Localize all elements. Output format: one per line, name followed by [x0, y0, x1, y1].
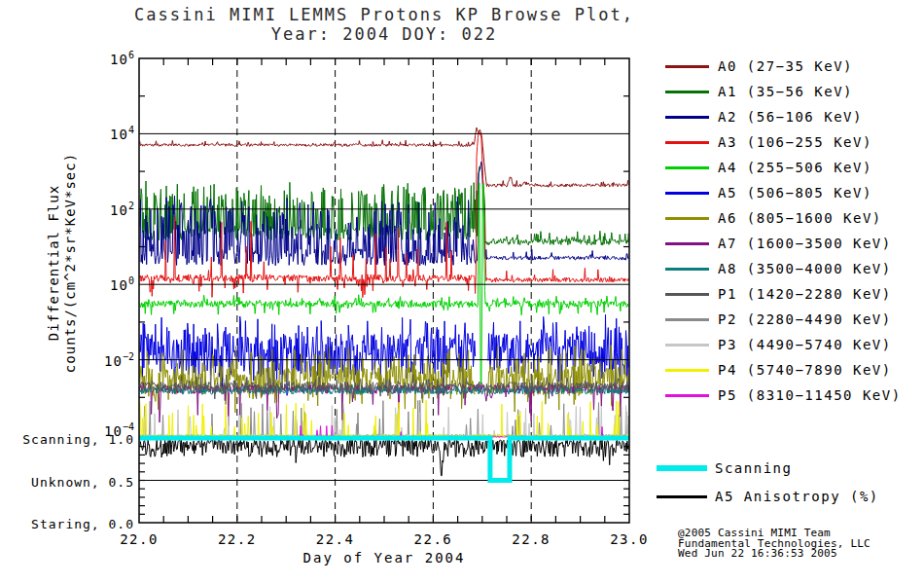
legend-line-A2	[665, 116, 709, 119]
series-P1	[139, 375, 629, 399]
legend-item-scanning: Scanning	[657, 461, 792, 475]
y-axis-title-line1: Differential Flux	[46, 78, 62, 448]
legend-label-A8: A8 (3500−4000 KeV)	[718, 261, 892, 276]
legend-label-P4: P4 (5740−7890 KeV)	[718, 362, 892, 378]
legend-item-P5: P5 (8310−11450 KeV)	[665, 387, 902, 403]
legend-line-A3	[665, 141, 709, 144]
legend-item-A7: A7 (1600−3500 KeV)	[665, 236, 892, 251]
legend-label-A3: A3 (106−255 KeV)	[718, 134, 872, 150]
cassini-kp-browse-plot: Cassini MIMI LEMMS Protons KP Browse Plo…	[0, 0, 924, 584]
y-tick-exponent: −2	[123, 351, 134, 362]
legend-item-anisotropy: A5 Anisotropy (%)	[657, 490, 879, 503]
legend-label-A0: A0 (27−35 KeV)	[718, 58, 853, 74]
legend-label-P5: P5 (8310−11450 KeV)	[718, 387, 902, 403]
legend-label-A7: A7 (1600−3500 KeV)	[718, 236, 892, 251]
legend-item-A5: A5 (506−805 KeV)	[665, 185, 872, 201]
legend-item-P3: P3 (4490−5740 KeV)	[665, 337, 892, 352]
scanning-legend-line	[657, 465, 707, 471]
legend-line-A4	[665, 166, 709, 169]
mode-label: Unknown, 0.5	[31, 475, 134, 490]
legend-item-A2: A2 (56−106 KeV)	[665, 109, 863, 125]
credits: @2005 Cassini MIMI Team Fundamental Tech…	[678, 529, 871, 560]
anisotropy-group	[139, 440, 629, 476]
y-tick-base: 10	[110, 52, 128, 67]
legend-line-A6	[665, 217, 709, 220]
legend-item-A3: A3 (106−255 KeV)	[665, 134, 872, 150]
y-tick-label: 10−2	[104, 351, 134, 369]
y-tick-exponent: 6	[128, 50, 134, 60]
legend-item-A6: A6 (805−1600 KeV)	[665, 210, 882, 226]
series-traces	[139, 128, 629, 438]
y-tick-base: 10	[104, 352, 123, 368]
legend-item-P4: P4 (5740−7890 KeV)	[665, 362, 892, 378]
legend-line-A0	[665, 65, 709, 68]
legend-line-P1	[665, 293, 709, 296]
legend-label-A4: A4 (255−506 KeV)	[718, 160, 872, 175]
legend-line-A8	[665, 268, 709, 271]
legend-line-A7	[665, 242, 709, 245]
anisotropy-trace	[139, 440, 629, 476]
y-tick-exponent: 0	[128, 275, 134, 286]
legend-line-P3	[665, 344, 709, 347]
legend-item-P2: P2 (2280−4490 KeV)	[665, 311, 892, 327]
x-tick-label: 22.8	[500, 531, 562, 547]
x-tick-label: 22.4	[304, 531, 367, 547]
legend-label-A6: A6 (805−1600 KeV)	[718, 210, 882, 226]
x-axis-title: Day of Year 2004	[139, 550, 629, 566]
anisotropy-legend-line	[657, 495, 707, 498]
x-tick-label: 23.0	[598, 531, 660, 547]
series-A2	[139, 162, 629, 266]
legend-line-P4	[665, 369, 709, 372]
x-tick-label: 22.2	[206, 531, 268, 547]
y-axis-title: Differential Flux counts/(cm^2*sr*KeV*se…	[46, 78, 79, 448]
y-tick-base: 10	[110, 201, 128, 217]
y-tick-label: 100	[110, 275, 134, 293]
legend-label-A2: A2 (56−106 KeV)	[718, 109, 863, 125]
series-A0	[139, 128, 629, 187]
legend-label-P1: P1 (1420−2280 KeV)	[718, 286, 892, 302]
y-tick-base: 10	[110, 277, 128, 293]
legend-label-P2: P2 (2280−4490 KeV)	[718, 311, 892, 327]
y-tick-label: 106	[110, 50, 134, 67]
mode-label: Staring, 0.0	[31, 517, 134, 531]
legend-item-A0: A0 (27−35 KeV)	[665, 58, 853, 74]
legend-line-A5	[665, 192, 709, 195]
series-P2	[139, 400, 629, 438]
y-tick-exponent: 4	[128, 125, 134, 135]
credits-line3: Wed Jun 22 16:36:53 2005	[678, 549, 871, 560]
y-tick-label: 102	[110, 201, 134, 218]
legend-line-A1	[665, 91, 709, 93]
legend-item-P1: P1 (1420−2280 KeV)	[665, 286, 892, 302]
legend-item-A4: A4 (255−506 KeV)	[665, 160, 872, 175]
x-tick-label: 22.6	[402, 531, 464, 547]
scanning-legend-label: Scanning	[715, 460, 792, 476]
legend-label-A1: A1 (35−56 KeV)	[718, 84, 853, 99]
legend-label-A5: A5 (506−805 KeV)	[718, 185, 872, 201]
anisotropy-legend-label: A5 Anisotropy (%)	[715, 489, 879, 504]
mode-label: Scanning, 1.0	[22, 432, 134, 447]
legend-label-P3: P3 (4490−5740 KeV)	[718, 337, 892, 352]
legend-item-A1: A1 (35−56 KeV)	[665, 84, 853, 99]
legend-line-P5	[665, 394, 709, 397]
y-tick-exponent: −4	[123, 421, 134, 432]
y-tick-label: 104	[110, 125, 134, 142]
y-tick-base: 10	[110, 127, 128, 142]
y-axis-title-line2: counts/(cm^2*sr*KeV*sec)	[62, 78, 79, 448]
legend-line-P2	[665, 318, 709, 321]
x-tick-label: 22.0	[108, 531, 170, 547]
y-tick-exponent: 2	[128, 201, 134, 211]
legend-item-A8: A8 (3500−4000 KeV)	[665, 261, 892, 276]
